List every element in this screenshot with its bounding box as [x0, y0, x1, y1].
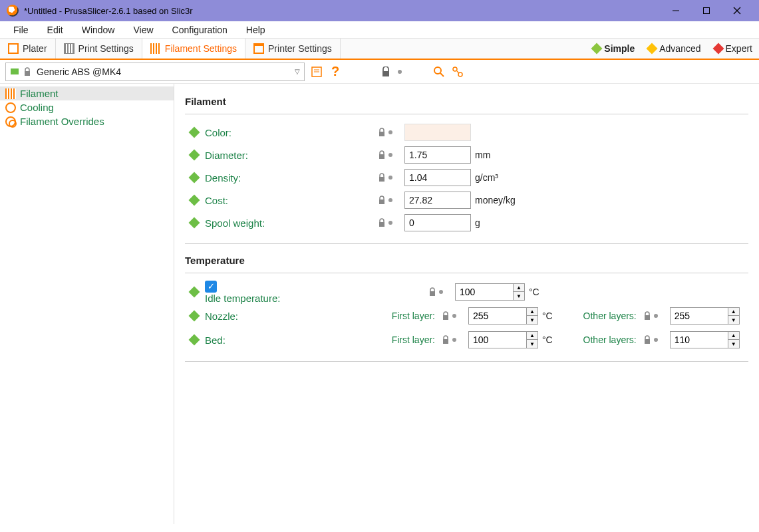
tab-plater[interactable]: Plater [0, 39, 56, 59]
svg-rect-22 [645, 315, 650, 320]
menu-window[interactable]: Window [73, 23, 124, 37]
diameter-input[interactable] [404, 146, 471, 164]
spin-up-icon[interactable]: ▲ [728, 332, 739, 340]
lock-icon[interactable] [442, 311, 450, 321]
preset-dropdown[interactable]: Generic ABS @MK4 ▽ [5, 63, 305, 81]
nozzle-first-spinner[interactable]: ▲▼ [468, 307, 538, 325]
svg-rect-17 [379, 177, 384, 182]
menu-view[interactable]: View [124, 23, 162, 37]
row-color: Color: [188, 121, 746, 144]
reset-dot-icon[interactable] [388, 221, 392, 225]
lock-icon[interactable] [428, 287, 436, 297]
tab-print-settings[interactable]: Print Settings [56, 39, 142, 59]
lock-icon[interactable] [378, 128, 386, 137]
cost-input[interactable] [404, 192, 471, 209]
label-other-layers: Other layers: [577, 311, 637, 321]
menu-configuration[interactable]: Configuration [163, 23, 237, 37]
sidebar: Filament Cooling Filament Overrides [0, 84, 174, 524]
spool-input[interactable] [404, 214, 471, 231]
spin-down-icon[interactable]: ▼ [728, 340, 739, 348]
svg-rect-15 [379, 132, 384, 136]
bullet-icon [189, 287, 200, 298]
mode-expert[interactable]: Expert [708, 39, 759, 59]
lock-icon[interactable] [643, 311, 651, 321]
reset-dot-icon[interactable] [388, 176, 392, 180]
window-title: *Untitled - PrusaSlicer-2.6.1 based on S… [24, 6, 193, 16]
row-idle-temp: ✓ Idle temperature: ▲▼ °C [188, 280, 746, 304]
reset-dot-icon[interactable] [452, 314, 456, 318]
lock-icon[interactable] [643, 335, 651, 344]
nozzle-first-input[interactable] [468, 307, 527, 325]
bed-other-spinner[interactable]: ▲▼ [670, 331, 740, 348]
menu-file[interactable]: File [4, 23, 38, 37]
lock-preset-icon[interactable] [379, 65, 392, 78]
color-swatch[interactable] [404, 124, 471, 141]
bed-first-input[interactable] [468, 331, 527, 348]
tab-filament-label: Filament Settings [165, 43, 237, 54]
spin-down-icon[interactable]: ▼ [527, 340, 537, 348]
reset-dot-icon[interactable] [388, 198, 392, 202]
lock-icon[interactable] [442, 335, 450, 344]
lock-icon[interactable] [378, 196, 386, 205]
menu-edit[interactable]: Edit [38, 23, 73, 37]
reset-dot-icon[interactable] [654, 314, 658, 318]
unit-c: °C [542, 334, 553, 345]
help-icon[interactable]: ? [329, 65, 342, 78]
mode-expert-label: Expert [726, 43, 752, 54]
lock-icon[interactable] [378, 218, 386, 227]
label-first-layer: First layer: [375, 311, 435, 321]
bed-other-input[interactable] [670, 331, 728, 348]
sidebar-item-label: Cooling [20, 102, 54, 113]
minimize-button[interactable] [661, 0, 691, 21]
mode-advanced-label: Advanced [659, 43, 700, 54]
main-tabs: Plater Print Settings Filament Settings … [0, 39, 759, 60]
row-bed: Bed: First layer: ▲▼ °C Other layers: ▲▼ [188, 328, 746, 352]
maximize-button[interactable] [691, 0, 722, 21]
menu-help[interactable]: Help [237, 23, 275, 37]
reset-dot-icon[interactable] [388, 130, 392, 134]
save-preset-icon[interactable] [310, 65, 323, 78]
mode-advanced[interactable]: Advanced [641, 39, 707, 59]
section-filament-title: Filament [185, 96, 748, 107]
idle-temp-input[interactable] [455, 283, 514, 301]
spin-up-icon[interactable]: ▲ [514, 284, 524, 292]
reset-dot-icon[interactable] [654, 338, 658, 342]
spin-down-icon[interactable]: ▼ [514, 292, 524, 300]
spin-down-icon[interactable]: ▼ [728, 316, 739, 324]
expert-icon [712, 43, 724, 55]
search-icon[interactable] [432, 65, 446, 78]
spin-up-icon[interactable]: ▲ [527, 308, 537, 316]
idle-temp-checkbox[interactable]: ✓ [205, 281, 217, 293]
overrides-icon [5, 116, 16, 127]
bullet-icon [189, 150, 200, 161]
nozzle-other-input[interactable] [670, 307, 728, 325]
sidebar-item-filament[interactable]: Filament [0, 86, 174, 100]
reset-dot-icon[interactable] [388, 153, 392, 157]
spin-up-icon[interactable]: ▲ [728, 308, 739, 316]
idle-temp-spinner[interactable]: ▲▼ [455, 283, 525, 301]
filament-settings-icon [150, 43, 161, 54]
compare-icon[interactable] [451, 65, 464, 78]
label-diameter: Diameter: [205, 150, 378, 161]
advanced-icon [647, 43, 658, 55]
printer-settings-icon [253, 43, 264, 54]
tab-filament-settings[interactable]: Filament Settings [142, 39, 245, 59]
lock-icon[interactable] [378, 173, 386, 182]
density-input[interactable] [404, 169, 471, 186]
bed-first-spinner[interactable]: ▲▼ [468, 331, 538, 348]
mode-simple-label: Simple [604, 43, 635, 54]
tab-printer-settings[interactable]: Printer Settings [245, 39, 341, 59]
reset-dot-icon[interactable] [452, 338, 456, 342]
spin-down-icon[interactable]: ▼ [527, 316, 537, 324]
reset-dot-icon[interactable] [439, 290, 443, 294]
nozzle-other-spinner[interactable]: ▲▼ [670, 307, 740, 325]
close-button[interactable] [722, 0, 752, 21]
spin-up-icon[interactable]: ▲ [527, 332, 537, 340]
label-nozzle: Nozzle: [205, 311, 375, 322]
label-idle: Idle temperature: [205, 293, 280, 304]
mode-simple[interactable]: Simple [586, 39, 641, 59]
sidebar-item-cooling[interactable]: Cooling [0, 100, 174, 114]
lock-icon[interactable] [378, 150, 386, 160]
section-temperature: ✓ Idle temperature: ▲▼ °C Nozzle: First … [185, 273, 748, 362]
sidebar-item-overrides[interactable]: Filament Overrides [0, 114, 174, 128]
